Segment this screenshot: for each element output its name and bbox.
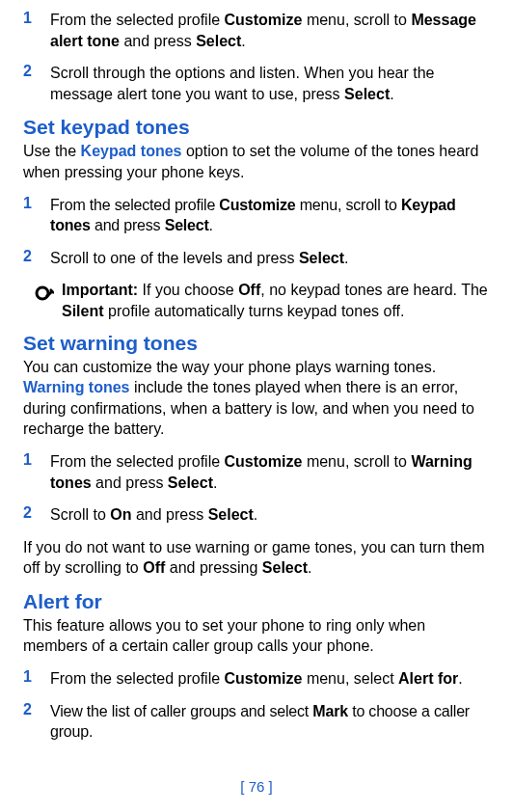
- step-number: 1: [23, 10, 50, 51]
- heading-warning-tones: Set warning tones: [23, 332, 490, 355]
- step-text: View the list of caller groups and selec…: [50, 701, 490, 743]
- step-number: 2: [23, 504, 50, 526]
- step-text: Scroll through the options and listen. W…: [50, 63, 490, 104]
- step-number: 1: [23, 451, 50, 493]
- svg-point-0: [37, 287, 48, 299]
- step-number: 1: [23, 668, 50, 690]
- step-text: From the selected profile Customize menu…: [50, 195, 490, 236]
- step-number: 2: [23, 248, 50, 269]
- alert-step-2: 2 View the list of caller groups and sel…: [23, 701, 490, 743]
- intro-warning: You can customize the way your phone pla…: [23, 357, 490, 440]
- important-icon: [23, 280, 62, 305]
- warning-outro: If you do not want to use warning or gam…: [23, 537, 490, 579]
- page-number: [ 76 ]: [0, 778, 513, 795]
- keypad-step-2: 2 Scroll to one of the levels and press …: [23, 248, 490, 269]
- intro-alert-for: This feature allows you to set your phon…: [23, 615, 490, 657]
- heading-keypad-tones: Set keypad tones: [23, 116, 490, 139]
- warning-step-1: 1 From the selected profile Customize me…: [23, 451, 490, 493]
- step-text: Scroll to On and press Select.: [50, 504, 490, 526]
- heading-alert-for: Alert for: [23, 590, 490, 613]
- step-text: Scroll to one of the levels and press Se…: [50, 248, 490, 269]
- important-note: Important: If you choose Off, no keypad …: [23, 280, 490, 321]
- step-text: From the selected profile Customize menu…: [50, 451, 490, 493]
- step-number: 2: [23, 701, 50, 743]
- intro-keypad: Use the Keypad tones option to set the v…: [23, 141, 490, 182]
- step-number: 1: [23, 195, 50, 236]
- step-text: From the selected profile Customize menu…: [50, 668, 490, 690]
- important-text: Important: If you choose Off, no keypad …: [62, 280, 490, 321]
- step-text: From the selected profile Customize menu…: [50, 10, 490, 51]
- warning-step-2: 2 Scroll to On and press Select.: [23, 504, 490, 526]
- step-1: 1 From the selected profile Customize me…: [23, 10, 490, 51]
- alert-step-1: 1 From the selected profile Customize me…: [23, 668, 490, 690]
- step-2: 2 Scroll through the options and listen.…: [23, 63, 490, 104]
- step-number: 2: [23, 63, 50, 104]
- keypad-step-1: 1 From the selected profile Customize me…: [23, 195, 490, 236]
